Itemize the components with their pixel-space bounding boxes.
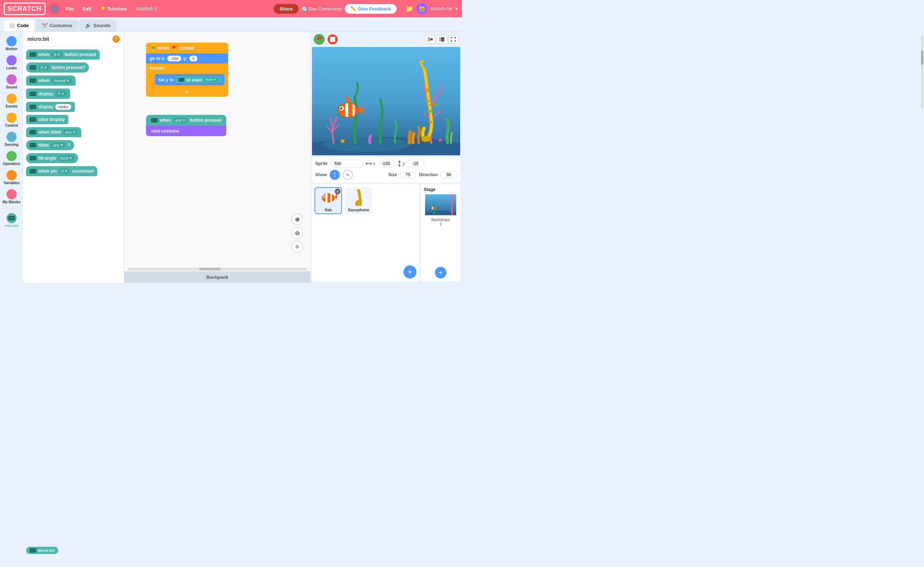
- block-tilt-angle[interactable]: tilt angle front ▼: [26, 153, 78, 163]
- goto-block[interactable]: go to x: -150 y: 0: [146, 54, 228, 63]
- y-value[interactable]: 0: [190, 56, 197, 62]
- feedback-button[interactable]: ✏️ Give Feedback: [345, 4, 397, 14]
- help-button[interactable]: ?: [113, 35, 120, 43]
- divider: [2, 208, 21, 209]
- svg-point-72: [33, 170, 33, 171]
- tab-code[interactable]: ⬜ Code: [3, 20, 35, 32]
- x-arrow-icon: [366, 162, 372, 165]
- block-a-pressed-bool[interactable]: A ▼ button pressed?: [26, 63, 89, 73]
- svg-point-30: [33, 93, 33, 93]
- svg-point-50: [31, 131, 32, 132]
- hat-when-any-pressed[interactable]: when any ▼ button pressed: [146, 115, 226, 126]
- tilted-any-dropdown2[interactable]: any ▼: [51, 142, 66, 148]
- code-group-2: when any ▼ button pressed next costume: [146, 115, 226, 136]
- sprite-name-input[interactable]: [330, 160, 363, 168]
- sidebar-item-operators[interactable]: Operators: [1, 150, 22, 167]
- zoom-out-button[interactable]: ⊖: [291, 227, 303, 239]
- large-stage-button[interactable]: [437, 35, 447, 44]
- any-btn-dropdown[interactable]: any ▼: [173, 117, 188, 123]
- when-clicked-label: when: [158, 45, 169, 51]
- sidebar-item-looks[interactable]: Looks: [1, 54, 22, 72]
- fullscreen-button[interactable]: [448, 35, 458, 44]
- forever-bottom: ↩: [146, 87, 228, 97]
- svg-point-10: [35, 54, 35, 54]
- sidebar-item-control[interactable]: Control: [1, 111, 22, 129]
- front-dropdown[interactable]: front ▼: [58, 155, 74, 161]
- tab-sounds[interactable]: 🔊 Sounds: [79, 20, 117, 32]
- moved-dropdown[interactable]: moved ▼: [52, 78, 72, 83]
- folder-icon[interactable]: 📁: [405, 5, 413, 13]
- tab-costumes[interactable]: ✂️ Costumes: [36, 20, 79, 32]
- stage-canvas[interactable]: [312, 47, 460, 155]
- script-hscroll[interactable]: [127, 268, 307, 270]
- block-when-tilted[interactable]: when tilted any ▼: [26, 127, 81, 137]
- file-menu[interactable]: File: [63, 5, 77, 13]
- block-clear-display[interactable]: clear display: [26, 115, 68, 124]
- block-tilted-bool[interactable]: tilted any ▼ ?: [26, 140, 74, 150]
- block-when-a-pressed[interactable]: when A ▼ button pressed: [26, 50, 100, 60]
- sidebar-item-events[interactable]: Events: [1, 92, 22, 110]
- green-flag-button[interactable]: 🚩: [314, 34, 325, 45]
- fish-close-button[interactable]: ✕: [335, 189, 340, 194]
- direction-input[interactable]: [441, 171, 457, 178]
- pin-dropdown[interactable]: 0 ▼: [59, 168, 70, 174]
- forever-block[interactable]: forever: [146, 63, 228, 73]
- svg-rect-49: [30, 130, 36, 134]
- globe-button[interactable]: 🌐: [48, 3, 60, 15]
- community-button[interactable]: 🔄 See Community: [301, 6, 342, 12]
- svg-rect-94: [439, 37, 441, 42]
- project-title[interactable]: Untitled-1: [135, 6, 157, 12]
- backpack-bar[interactable]: Backpack: [124, 271, 310, 283]
- stop-button[interactable]: [328, 34, 338, 44]
- size-input[interactable]: [400, 171, 416, 178]
- saxophone-sprite-icon: [349, 189, 369, 206]
- block-when-moved[interactable]: when moved ▼: [26, 75, 75, 86]
- zoom-fit-button[interactable]: ⊙: [291, 241, 303, 252]
- sidebar-item-variables[interactable]: Variables: [1, 169, 22, 186]
- add-backdrop-button[interactable]: +: [435, 267, 447, 279]
- block-when-pin[interactable]: when pin 0 ▼ connected: [26, 166, 97, 176]
- fish-sprite-thumb[interactable]: ✕ fish: [315, 187, 342, 214]
- username-label[interactable]: scratch-cat: [430, 6, 452, 11]
- saxophone-sprite-thumb[interactable]: Saxophone: [345, 187, 372, 214]
- when-tilted-label: when tilted: [38, 130, 61, 135]
- scratch-logo[interactable]: SCRATCH: [4, 3, 45, 15]
- small-stage-button[interactable]: [425, 35, 435, 44]
- x-value[interactable]: -150: [167, 56, 181, 62]
- set-y-block[interactable]: set y to tilt angle front ▼: [155, 74, 224, 85]
- svg-point-13: [35, 55, 35, 56]
- show-visible-button[interactable]: [330, 170, 340, 180]
- stage-thumbnail[interactable]: [424, 194, 457, 216]
- add-backdrop-area: +: [435, 266, 447, 279]
- front-dir-dropdown[interactable]: front ▼: [203, 77, 218, 82]
- share-button[interactable]: Share: [274, 4, 298, 14]
- svg-point-71: [31, 170, 32, 171]
- svg-point-20: [35, 68, 35, 69]
- add-sprite-button[interactable]: +: [403, 266, 417, 279]
- y-coord-input[interactable]: [406, 160, 424, 167]
- x-coord-input[interactable]: [377, 160, 395, 167]
- svg-point-46: [31, 120, 32, 121]
- block-display-pattern[interactable]: display ⠿ ▼: [26, 88, 70, 99]
- hello-pill[interactable]: Hello!: [55, 104, 71, 110]
- zoom-in-button[interactable]: ⊕: [291, 213, 303, 225]
- a-dropdown[interactable]: A ▼: [38, 64, 49, 70]
- block-display-hello[interactable]: display Hello!: [26, 102, 75, 112]
- sidebar-item-sound[interactable]: Sound: [1, 73, 22, 91]
- button-dropdown[interactable]: A ▼: [52, 52, 63, 57]
- edit-menu[interactable]: Edit: [80, 5, 94, 13]
- tilted-any-dropdown[interactable]: any ▼: [63, 129, 78, 135]
- show-hidden-button[interactable]: [343, 170, 353, 180]
- display-dropdown[interactable]: ⠿ ▼: [55, 91, 66, 97]
- tutorials-button[interactable]: 💡 Tutorials: [97, 5, 130, 13]
- sidebar-item-microbit[interactable]: micro:bit: [1, 212, 22, 229]
- avatar[interactable]: 🐱: [416, 3, 427, 15]
- sidebar-item-sensing[interactable]: Sensing: [1, 130, 22, 148]
- hat-when-clicked[interactable]: ⚑ when 🚩 clicked: [146, 43, 228, 54]
- tilt-angle-pill[interactable]: tilt angle front ▼: [176, 76, 221, 83]
- sidebar-item-myblocks[interactable]: My Blocks: [1, 188, 22, 206]
- svg-point-2: [11, 217, 12, 218]
- script-canvas[interactable]: ⚑ when 🚩 clicked go to x: -150 y: 0 fore…: [124, 32, 310, 267]
- next-costume-block[interactable]: next costume: [146, 126, 226, 136]
- sidebar-item-motion[interactable]: Motion: [1, 34, 22, 52]
